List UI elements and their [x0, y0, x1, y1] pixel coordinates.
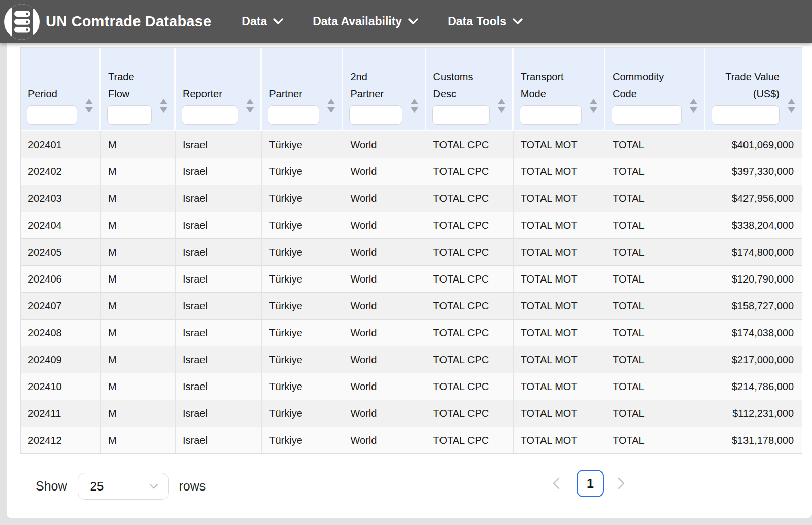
filter-input-trade-value[interactable] [712, 105, 780, 125]
cell-commodity-code: TOTAL [605, 266, 705, 293]
nav-data-tools[interactable]: Data Tools [448, 15, 523, 28]
sort-button-transport-mode[interactable] [590, 99, 597, 113]
column-label-reporter[interactable]: Reporter [183, 85, 237, 102]
sort-icon [498, 99, 505, 113]
cell-trade-flow: M [101, 293, 176, 320]
cell-commodity-code: TOTAL [605, 293, 705, 320]
cell-period: 202403 [21, 185, 101, 212]
cell-commodity-code: TOTAL [605, 320, 705, 346]
column-label-customs-desc[interactable]: Customs Desc [433, 68, 489, 102]
column-label-partner[interactable]: Partner [269, 85, 318, 102]
column-label-trade-flow[interactable]: Trade Flow [108, 68, 151, 102]
sort-button-period[interactable] [85, 99, 93, 113]
cell-customs-desc: TOTAL CPC [426, 346, 514, 373]
cell-second-partner: World [343, 400, 426, 427]
cell-period: 202405 [21, 239, 101, 266]
chevron-down-icon [273, 18, 283, 25]
sort-button-trade-value[interactable] [788, 99, 795, 113]
table-row: 202403MIsraelTürkiyeWorldTOTAL CPCTOTAL … [21, 185, 802, 212]
table-footer: Show 25 rows 1 [7, 454, 812, 518]
cell-trade-flow: M [101, 212, 176, 239]
column-header-transport-mode: Transport Mode [514, 48, 605, 131]
cell-customs-desc: TOTAL CPC [426, 266, 514, 293]
cell-commodity-code: TOTAL [605, 239, 705, 266]
cell-customs-desc: TOTAL CPC [426, 293, 514, 320]
cell-customs-desc: TOTAL CPC [426, 373, 514, 400]
table-body: 202401MIsraelTürkiyeWorldTOTAL CPCTOTAL … [21, 131, 802, 454]
filter-input-reporter[interactable] [182, 105, 238, 125]
cell-partner: Türkiye [262, 346, 343, 373]
cell-period: 202411 [21, 400, 101, 427]
filter-input-transport-mode[interactable] [520, 105, 582, 125]
cell-second-partner: World [343, 320, 426, 346]
cell-commodity-code: TOTAL [605, 131, 705, 158]
cell-trade-flow: M [101, 185, 176, 212]
content-card: PeriodTrade FlowReporterPartner2nd Partn… [7, 43, 812, 518]
header-row: PeriodTrade FlowReporterPartner2nd Partn… [21, 48, 802, 131]
nav-data-availability[interactable]: Data Availability [313, 15, 418, 28]
cell-commodity-code: TOTAL [605, 373, 705, 400]
filter-input-trade-flow[interactable] [107, 105, 152, 125]
column-header-trade-value: Trade Value (US$) [705, 48, 802, 131]
column-label-commodity-code[interactable]: Commodity Code [613, 68, 681, 102]
cell-transport-mode: TOTAL MOT [514, 400, 605, 427]
sort-button-second-partner[interactable] [411, 99, 418, 113]
cell-customs-desc: TOTAL CPC [426, 131, 514, 158]
sort-button-customs-desc[interactable] [498, 99, 505, 113]
chevron-down-icon [408, 18, 418, 25]
cell-trade-value: $174,800,000 [705, 239, 802, 266]
cell-period: 202402 [21, 158, 101, 185]
chevron-right-icon [617, 477, 625, 490]
cell-period: 202410 [21, 373, 101, 400]
cell-partner: Türkiye [262, 185, 343, 212]
filter-input-commodity-code[interactable] [612, 105, 682, 125]
cell-trade-value: $131,178,000 [705, 427, 802, 454]
table-row: 202401MIsraelTürkiyeWorldTOTAL CPCTOTAL … [21, 131, 802, 158]
cell-reporter: Israel [176, 293, 262, 320]
column-label-period[interactable]: Period [28, 85, 76, 102]
column-header-trade-flow: Trade Flow [101, 48, 176, 131]
sort-button-commodity-code[interactable] [690, 99, 697, 113]
sort-icon [160, 99, 167, 113]
column-header-commodity-code: Commodity Code [605, 48, 705, 131]
cell-customs-desc: TOTAL CPC [426, 400, 514, 427]
cell-transport-mode: TOTAL MOT [514, 346, 605, 373]
nav-data-label: Data [242, 15, 267, 28]
sort-button-trade-flow[interactable] [160, 99, 167, 113]
cell-reporter: Israel [176, 212, 262, 239]
column-label-second-partner[interactable]: 2nd Partner [350, 68, 401, 102]
pagination: 1 [552, 470, 628, 497]
cell-trade-flow: M [101, 320, 176, 346]
table-row: 202408MIsraelTürkiyeWorldTOTAL CPCTOTAL … [21, 320, 802, 346]
column-label-transport-mode[interactable]: Transport Mode [521, 68, 581, 102]
filter-input-second-partner[interactable] [349, 105, 402, 125]
current-page-button[interactable]: 1 [577, 470, 604, 497]
cell-reporter: Israel [176, 158, 262, 185]
cell-transport-mode: TOTAL MOT [514, 266, 605, 293]
nav-data[interactable]: Data [242, 15, 283, 28]
cell-transport-mode: TOTAL MOT [514, 373, 605, 400]
cell-commodity-code: TOTAL [605, 185, 705, 212]
filter-input-customs-desc[interactable] [432, 105, 490, 125]
cell-trade-value: $427,956,000 [705, 185, 802, 212]
filter-input-period[interactable] [27, 105, 77, 125]
sort-icon [246, 99, 254, 113]
table-header: PeriodTrade FlowReporterPartner2nd Partn… [21, 48, 802, 131]
page-size-select[interactable]: 25 [78, 473, 169, 500]
table-row: 202406MIsraelTürkiyeWorldTOTAL CPCTOTAL … [21, 266, 802, 293]
cell-reporter: Israel [176, 427, 262, 454]
column-label-trade-value[interactable]: Trade Value (US$) [713, 68, 780, 102]
next-page-button[interactable] [617, 477, 628, 490]
prev-page-button[interactable] [552, 477, 563, 490]
cell-reporter: Israel [176, 131, 262, 158]
sort-button-partner[interactable] [327, 99, 335, 113]
cell-partner: Türkiye [262, 400, 343, 427]
sort-button-reporter[interactable] [246, 99, 254, 113]
cell-second-partner: World [343, 239, 426, 266]
cell-trade-value: $397,330,000 [705, 158, 802, 185]
cell-second-partner: World [343, 293, 426, 320]
table-container: PeriodTrade FlowReporterPartner2nd Partn… [7, 43, 812, 454]
cell-commodity-code: TOTAL [605, 427, 705, 454]
filter-input-partner[interactable] [268, 105, 319, 125]
results-table: PeriodTrade FlowReporterPartner2nd Partn… [20, 47, 802, 454]
